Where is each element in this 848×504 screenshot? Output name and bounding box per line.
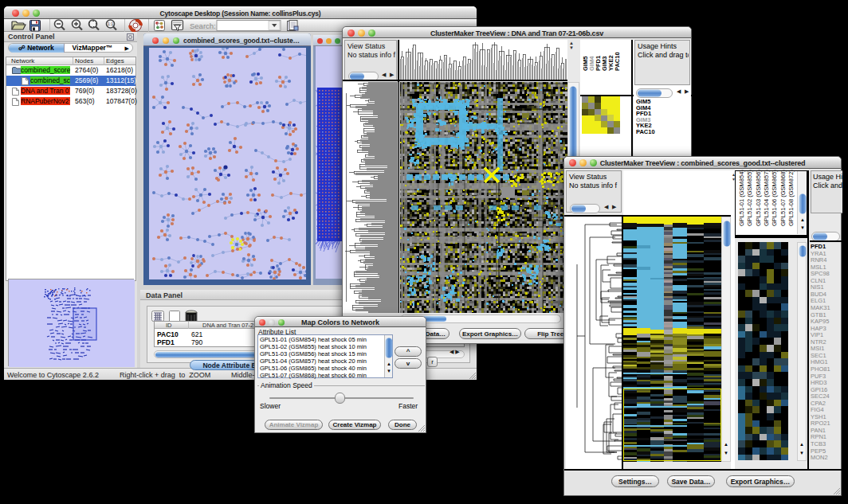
svg-text:Search:: Search: (190, 21, 216, 30)
svg-text:1:1: 1:1 (108, 21, 113, 26)
